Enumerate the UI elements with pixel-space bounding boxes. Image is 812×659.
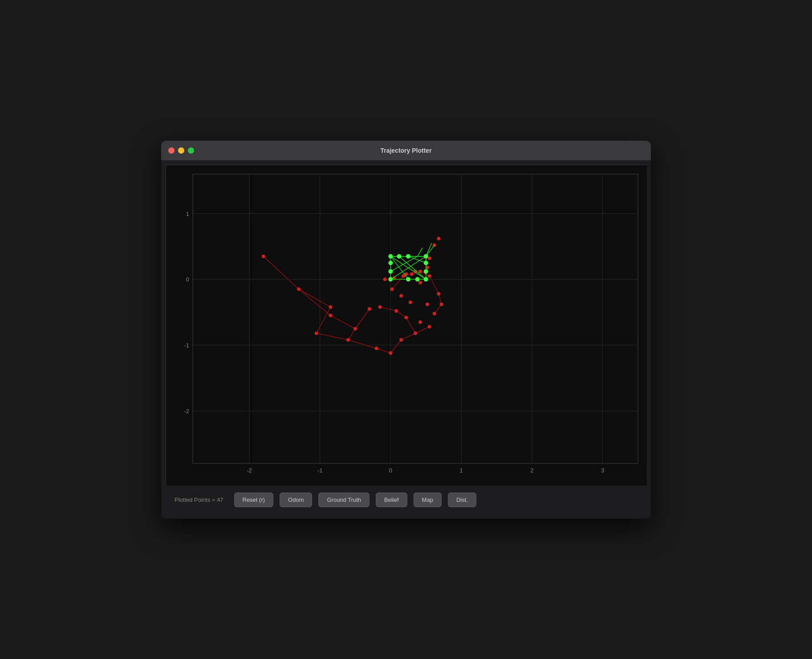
- maximize-button[interactable]: [188, 147, 194, 154]
- ground-truth-button[interactable]: Ground Truth: [318, 492, 369, 507]
- dist-button[interactable]: Dist.: [448, 492, 476, 507]
- plotted-points-label: Plotted Points = 47: [175, 496, 223, 503]
- window-title: Trajectory Plotter: [380, 147, 431, 154]
- close-button[interactable]: [168, 147, 175, 154]
- bottom-bar: Plotted Points = 47 Reset (r) Odom Groun…: [166, 485, 646, 514]
- odom-button[interactable]: Odom: [280, 492, 312, 507]
- belief-button[interactable]: Belief: [376, 492, 407, 507]
- plot-area: [166, 165, 646, 485]
- main-content: Plotted Points = 47 Reset (r) Odom Groun…: [161, 160, 651, 519]
- minimize-button[interactable]: [178, 147, 184, 154]
- traffic-lights: [168, 147, 194, 154]
- titlebar: Trajectory Plotter: [161, 141, 651, 160]
- trajectory-canvas: [166, 165, 647, 486]
- reset-button[interactable]: Reset (r): [234, 492, 274, 507]
- map-button[interactable]: Map: [414, 492, 442, 507]
- app-window: Trajectory Plotter Plotted Points = 47 R…: [161, 141, 651, 519]
